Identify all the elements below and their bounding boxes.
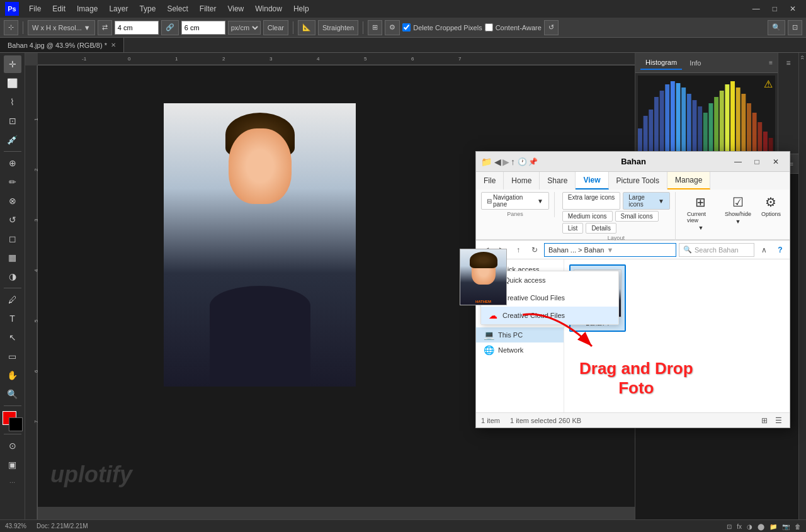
- path-select-tool[interactable]: ↖: [4, 329, 21, 346]
- sidebar-this-pc[interactable]: 💻 This PC: [476, 327, 564, 342]
- gear-btn[interactable]: ⚙: [385, 20, 400, 35]
- panel-options-btn[interactable]: ≡: [769, 59, 773, 66]
- address-path[interactable]: Bahan ... > Bahan ▼: [544, 243, 676, 257]
- background-color[interactable]: [9, 417, 23, 431]
- lasso-tool[interactable]: ⌇: [4, 93, 21, 111]
- info-tab[interactable]: Info: [684, 57, 706, 69]
- ribbon-tab-share[interactable]: Share: [540, 172, 576, 190]
- panel-menu-btn[interactable]: ≡: [780, 54, 797, 72]
- grid-btn[interactable]: ⊞: [368, 20, 382, 35]
- histogram-tab[interactable]: Histogram: [640, 56, 682, 70]
- menu-file[interactable]: File: [24, 3, 46, 15]
- tool-preset-picker[interactable]: W x H x Resol... ▼: [28, 20, 95, 35]
- move-tool[interactable]: ✛: [4, 55, 21, 73]
- tab-close-btn[interactable]: ✕: [111, 42, 116, 48]
- active-tab[interactable]: Bahan 4.jpg @ 43.9% (RGB/8) * ✕: [0, 38, 124, 52]
- ribbon-tab-home[interactable]: Home: [504, 172, 540, 190]
- maximize-btn[interactable]: □: [768, 3, 782, 15]
- height-input[interactable]: [181, 21, 225, 35]
- large-icons-btn[interactable]: Large icons ▼: [623, 192, 670, 210]
- close-btn[interactable]: ✕: [785, 3, 801, 15]
- up-btn[interactable]: ↑: [511, 157, 515, 167]
- search-btn[interactable]: 🔍: [768, 20, 785, 35]
- list-btn[interactable]: List: [562, 223, 584, 234]
- folder-icon[interactable]: 📁: [769, 523, 777, 530]
- straighten-btn[interactable]: Straighten: [318, 20, 358, 35]
- current-view-btn[interactable]: ⊞ Current view ▼: [683, 192, 718, 234]
- menu-view[interactable]: View: [222, 3, 249, 15]
- unit-select[interactable]: px/cm: [228, 21, 261, 35]
- hand-tool[interactable]: ✋: [4, 366, 21, 384]
- ribbon-tab-picture-tools[interactable]: Picture Tools: [609, 172, 667, 190]
- addr-refresh-btn[interactable]: ↻: [528, 243, 542, 257]
- delete-cropped-checkbox[interactable]: [402, 23, 411, 31]
- details-btn[interactable]: Details: [586, 223, 616, 234]
- clear-btn[interactable]: Clear: [263, 20, 288, 35]
- eyedropper-tool[interactable]: 💉: [4, 131, 21, 149]
- history-tool[interactable]: ↺: [4, 211, 21, 229]
- fx-icon[interactable]: fx: [737, 523, 742, 530]
- menu-select[interactable]: Select: [162, 3, 193, 15]
- shape-tool[interactable]: ▭: [4, 348, 21, 365]
- medium-icons-btn[interactable]: Medium icons: [562, 211, 613, 222]
- trash-icon[interactable]: 🗑: [795, 523, 801, 530]
- pen-tool[interactable]: 🖊: [4, 291, 21, 308]
- mask-icon[interactable]: ⬤: [758, 523, 764, 530]
- swap-icon-btn[interactable]: ⇄: [98, 20, 112, 35]
- addr-back-btn[interactable]: ◀: [479, 243, 492, 257]
- more-tools-btn[interactable]: …: [9, 477, 16, 484]
- qa-creative-cloud[interactable]: ☁ Creative Cloud Files: [481, 289, 618, 307]
- help-btn[interactable]: ?: [773, 243, 787, 257]
- color-swatch[interactable]: [3, 411, 23, 431]
- menu-help[interactable]: Help: [288, 3, 314, 15]
- recent-btn[interactable]: 🕐: [518, 157, 527, 166]
- collapse-btn[interactable]: ‹‹: [799, 55, 806, 60]
- transform-tool-btn[interactable]: ⊹: [4, 20, 18, 35]
- navigation-pane-btn[interactable]: ⊟ Navigation pane ▼: [481, 192, 549, 210]
- content-aware-checkbox[interactable]: [485, 23, 493, 31]
- qa-creative-cloud-submenu[interactable]: ☁ Creative Cloud Files: [481, 307, 618, 324]
- workspace-btn[interactable]: ⊡: [788, 20, 802, 35]
- ribbon-tab-view[interactable]: View: [576, 172, 608, 190]
- healing-tool[interactable]: ⊕: [4, 154, 21, 172]
- width-input[interactable]: [115, 21, 159, 35]
- menu-filter[interactable]: Filter: [195, 3, 222, 15]
- forward-btn[interactable]: ▶: [502, 157, 509, 167]
- addr-forward-btn[interactable]: ▶: [495, 243, 509, 257]
- show-hide-btn[interactable]: ☑ Show/hide ▼: [721, 192, 755, 227]
- camera-icon[interactable]: 📷: [782, 523, 790, 530]
- crop-tool[interactable]: ⊡: [4, 112, 21, 130]
- qa-quick-access[interactable]: ⚡ Quick access: [481, 271, 618, 289]
- options-btn[interactable]: ⚙ Options: [758, 192, 785, 220]
- pin-btn[interactable]: 📌: [528, 157, 538, 166]
- quick-mask-btn[interactable]: ⊙: [4, 437, 21, 455]
- ribbon-tab-file[interactable]: File: [476, 172, 504, 190]
- text-tool[interactable]: T: [4, 310, 21, 327]
- screen-mode-btn[interactable]: ▣: [4, 456, 21, 473]
- addr-up-btn[interactable]: ↑: [511, 243, 525, 257]
- dodge-tool[interactable]: ◑: [4, 268, 21, 285]
- zoom-tool[interactable]: 🔍: [4, 385, 21, 403]
- expand-icon[interactable]: ⊡: [727, 523, 732, 530]
- canvas-image[interactable]: [164, 103, 356, 387]
- status-icon-grid[interactable]: ⊞: [758, 414, 771, 427]
- menu-type[interactable]: Type: [134, 3, 161, 15]
- menu-window[interactable]: Window: [250, 3, 287, 15]
- libraries-options-btn[interactable]: ≡: [790, 161, 793, 167]
- brush-tool[interactable]: ✏: [4, 173, 21, 191]
- back-btn[interactable]: ◀: [494, 157, 501, 167]
- maximize-window-btn[interactable]: □: [748, 154, 766, 169]
- menu-image[interactable]: Image: [72, 3, 103, 15]
- menu-layer[interactable]: Layer: [104, 3, 133, 15]
- small-icons-btn[interactable]: Small icons: [615, 211, 659, 222]
- gradient-tool[interactable]: ▦: [4, 249, 21, 266]
- status-icon-list[interactable]: ☰: [772, 414, 785, 427]
- close-window-btn[interactable]: ✕: [767, 154, 785, 169]
- minimize-window-btn[interactable]: —: [729, 154, 747, 169]
- marquee-tool[interactable]: ⬜: [4, 74, 21, 92]
- ribbon-tab-manage[interactable]: Manage: [667, 172, 710, 190]
- search-box[interactable]: 🔍 Search Bahan: [679, 243, 754, 257]
- extra-large-icons-btn[interactable]: Extra large icons: [562, 192, 620, 210]
- adjust-icon[interactable]: ◑: [747, 523, 752, 530]
- straighten-icon[interactable]: 📐: [298, 20, 315, 35]
